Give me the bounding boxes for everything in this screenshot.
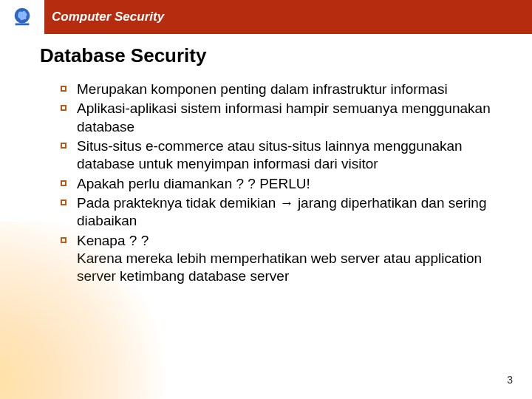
- bullet-square-icon: [61, 237, 66, 243]
- bullet-square-icon: [61, 105, 66, 111]
- list-item: Aplikasi-aplikasi sistem informasi hampi…: [61, 100, 502, 136]
- header-bar: Computer Security: [0, 0, 532, 34]
- bullet-text: Situs-situs e-commerce atau situs-situs …: [77, 137, 502, 174]
- bullet-text: Merupakan komponen penting dalam infrast…: [77, 81, 448, 98]
- bullet-square-icon: [61, 180, 66, 186]
- brain-logo-icon: [11, 6, 33, 28]
- list-item: Merupakan komponen penting dalam infrast…: [61, 81, 502, 98]
- page-number: 3: [507, 374, 513, 386]
- bullet-text: Apakah perlu diamankan ? ? PERLU!: [77, 175, 310, 193]
- list-item: Apakah perlu diamankan ? ? PERLU!: [61, 175, 502, 193]
- list-item: Pada prakteknya tidak demikian → jarang …: [61, 194, 502, 231]
- bullet-square-icon: [61, 86, 66, 92]
- bullet-text: Kenapa ? ?Karena mereka lebih memperhati…: [77, 232, 502, 286]
- bullet-square-icon: [61, 143, 66, 149]
- list-item: Situs-situs e-commerce atau situs-situs …: [61, 137, 502, 174]
- svg-rect-1: [16, 23, 30, 25]
- bullet-square-icon: [61, 200, 66, 205]
- slide-title: Database Security: [40, 44, 532, 67]
- logo-container: [0, 0, 44, 34]
- bullet-text: Pada prakteknya tidak demikian → jarang …: [77, 194, 502, 231]
- bullet-text: Aplikasi-aplikasi sistem informasi hampi…: [77, 100, 502, 136]
- bullet-list: Merupakan komponen penting dalam infrast…: [61, 81, 502, 285]
- list-item: Kenapa ? ?Karena mereka lebih memperhati…: [61, 232, 502, 286]
- header-course-title: Computer Security: [52, 10, 164, 24]
